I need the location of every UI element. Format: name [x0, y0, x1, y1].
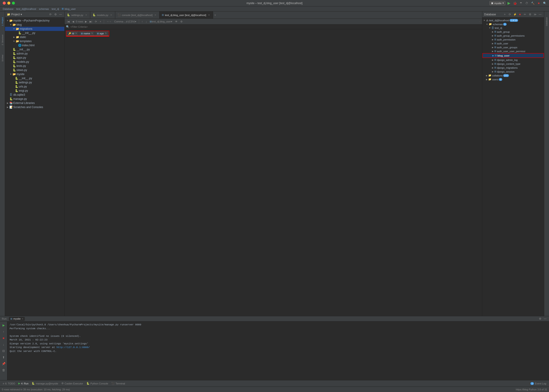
arrow-blog[interactable]: ▼	[9, 23, 12, 27]
server-url-link[interactable]: http://127.0.0.1:8080/	[57, 346, 90, 349]
db-tree-connection[interactable]: ▼ 🖧 test_dj@localhost 1 of 15	[482, 19, 544, 22]
search-icon[interactable]: 🔍	[542, 1, 547, 6]
python-console-btn[interactable]: 🐍 Python Console	[85, 381, 110, 385]
tree-item-tests[interactable]: 🐍 tests.py	[5, 64, 64, 68]
run-split-btn[interactable]: ⊟	[1, 348, 7, 354]
tree-item-views[interactable]: 🐍 views.py	[5, 68, 64, 72]
db-tree-test-dj[interactable]: ▼ 🗄 test_dj	[482, 26, 544, 30]
db-tree-schemas[interactable]: ▼ 📁 schemas 1	[482, 22, 544, 26]
tab-blog-user[interactable]: ⊞ test_dj.blog_user [test_dj@localhost] …	[159, 11, 213, 19]
run-scroll-down-btn[interactable]: ↓	[1, 342, 7, 347]
tree-item-init-migrations[interactable]: 🐍 __init__.py	[5, 31, 64, 35]
settings-gear-icon[interactable]: ⚙	[53, 12, 57, 16]
run-icon[interactable]: ▶	[506, 1, 511, 6]
nav-prev-btn[interactable]: ◀	[71, 20, 75, 24]
run-pin-btn[interactable]: 📌	[1, 361, 7, 366]
terminal-btn[interactable]: ⬛ Terminal	[110, 381, 127, 385]
db-tree-auth-permission[interactable]: ▶ ⊞ auth_permission	[482, 38, 544, 42]
project-panel-title[interactable]: 📁 Project ▾	[7, 13, 22, 16]
tree-item-scratches[interactable]: ▶ 📝 Scratches and Consoles	[5, 105, 64, 109]
tree-item-admin[interactable]: 🐍 admin.py	[5, 51, 64, 56]
breadcrumb-connection[interactable]: test_dj@localhost	[16, 7, 36, 10]
download-btn[interactable]: ↓	[145, 20, 148, 23]
tab-settings-close[interactable]: ✕	[85, 14, 88, 17]
tab-models-close[interactable]: ✕	[109, 14, 113, 17]
col-name[interactable]: ⊞ name ⇅	[79, 31, 95, 36]
tree-item-blog-init[interactable]: 🐍 __init__.py	[5, 47, 64, 51]
db-tree-users[interactable]: ▶ 📁 users 4	[482, 77, 544, 81]
nav-first-btn[interactable]: |◀	[66, 20, 70, 24]
db-refresh-icon[interactable]: ⟳	[508, 12, 512, 16]
db-tree-django-content-type[interactable]: ▶ ⊞ django_content_type	[482, 62, 544, 66]
col-age[interactable]: ⊞ age ⇅	[95, 31, 109, 36]
tab-console[interactable]: ⬛ console [test_dj@localhost] ✕	[115, 11, 159, 19]
tree-item-models[interactable]: 🐍 models.py	[5, 60, 64, 64]
stop-icon[interactable]: ■	[536, 1, 541, 6]
arrow-mysite-folder[interactable]: ▼	[9, 72, 12, 76]
db-filter-icon[interactable]: ⚡	[513, 12, 517, 16]
tab-settings[interactable]: 🐍 settings.py ✕	[65, 11, 90, 19]
format-btn[interactable]: Comma-...d (CSV) ▾	[114, 20, 137, 24]
db-panel-minimize-icon[interactable]: —	[538, 12, 542, 16]
close-button[interactable]	[3, 2, 6, 5]
tree-item-static[interactable]: ▶ 📁 static	[5, 35, 64, 39]
run-up-btn[interactable]: ⬆	[1, 354, 7, 360]
run-toolbar-btn[interactable]: ▶ 4: Run	[17, 381, 30, 385]
run-trash-btn[interactable]: 🗑	[1, 367, 7, 373]
db-tree-auth-user-perms[interactable]: ▶ ⊞ auth_user_user_permissi	[482, 49, 544, 53]
db-tree-auth-user-groups[interactable]: ▶ ⊞ auth_user_groups	[482, 45, 544, 49]
run-restart-btn[interactable]: ▶	[1, 322, 7, 328]
tree-item-mysite-settings[interactable]: 🐍 settings.py	[5, 80, 64, 84]
run-minimize-icon[interactable]: —	[543, 317, 547, 321]
tabs-more-button[interactable]: ▾	[213, 11, 217, 19]
nav-last-btn[interactable]: ▶|	[89, 20, 93, 24]
db-tree-auth-group[interactable]: ▶ ⊞ auth_group	[482, 30, 544, 34]
table-select-btn[interactable]: ⊞ test_dj.blog_user ▾	[149, 20, 173, 24]
view-btn[interactable]: 👁	[174, 20, 178, 23]
tree-item-mysite-folder[interactable]: ▼ 📂 mysite	[5, 72, 64, 76]
run-settings-icon[interactable]: ⚙	[538, 317, 542, 321]
db-tree-auth-group-perms[interactable]: ▶ ⊞ auth_group_permissions	[482, 34, 544, 38]
tree-item-blog[interactable]: ▼ 📂 blog	[5, 23, 64, 27]
tree-item-mysite-init[interactable]: 🐍 __init__.py	[5, 76, 64, 80]
run-tab-close-icon[interactable]: ✕	[21, 318, 23, 320]
profile-icon[interactable]: ⏱	[524, 1, 529, 6]
panel-close-icon[interactable]: —	[58, 12, 63, 16]
add-row-btn[interactable]: +	[99, 20, 102, 23]
sort-id-icon[interactable]: ⇅	[75, 32, 77, 35]
breadcrumb-database[interactable]: Database	[3, 7, 14, 10]
tree-item-mysite[interactable]: ▼ 📂 mysite ~/PycharmProjects/my	[5, 19, 64, 23]
build-icon[interactable]: 🔨	[530, 1, 535, 6]
db-tree-django-session[interactable]: ▶ ⊞ django_session	[482, 70, 544, 73]
arrow-external-libs[interactable]: ▶	[6, 101, 9, 105]
db-tree-auth-user[interactable]: ▶ ⊞ auth_user	[482, 42, 544, 45]
col-id[interactable]: 🔑 id ⇅	[66, 31, 79, 36]
casbin-btn[interactable]: ⚙ Casbin Executor	[60, 381, 85, 385]
breadcrumb-schemas[interactable]: schemas	[39, 7, 49, 10]
arrow-mysite[interactable]: ▼	[6, 19, 9, 22]
structure-tab[interactable]: 2: Structure	[0, 31, 5, 49]
sort-name-icon[interactable]: ⇅	[91, 32, 93, 35]
event-log-btn[interactable]: 1 Event Log	[529, 382, 548, 385]
db-stop-icon[interactable]: ■	[518, 12, 522, 16]
tab-blog-user-close[interactable]: ✕	[207, 14, 211, 17]
submit-btn[interactable]: →→	[106, 20, 113, 23]
database-side-tab[interactable]: Database	[544, 12, 549, 31]
sync-icon[interactable]: ⟳	[48, 12, 52, 16]
tree-item-migrations[interactable]: ▼ 📂 migrations	[5, 27, 64, 31]
run-scroll-up-btn[interactable]: ↑	[1, 329, 7, 334]
tree-item-db-sqlite[interactable]: 🗄 db.sqlite3	[5, 93, 64, 97]
tree-item-apps[interactable]: 🐍 apps.py	[5, 56, 64, 60]
arrow-scratches[interactable]: ▶	[6, 105, 9, 109]
breadcrumb-test-dj[interactable]: test_dj	[51, 7, 59, 10]
refresh-btn[interactable]: ⟳	[94, 20, 98, 24]
sort-age-icon[interactable]: ⇅	[105, 32, 107, 35]
db-tree-django-admin-log[interactable]: ▶ ⊞ django_admin_log	[482, 58, 544, 62]
tree-item-mysite-urls[interactable]: 🐍 urls.py	[5, 84, 64, 89]
breadcrumb-blog-user[interactable]: blog_user	[65, 7, 76, 10]
db-sync-icon[interactable]: ⚙	[528, 12, 532, 16]
db-tree-blog-user[interactable]: ▶ ⊞ blog_user	[482, 53, 544, 58]
arrow-static[interactable]: ▶	[12, 35, 16, 39]
upload-btn[interactable]: ↑	[141, 20, 144, 23]
arrow-migrations[interactable]: ▼	[12, 27, 16, 31]
